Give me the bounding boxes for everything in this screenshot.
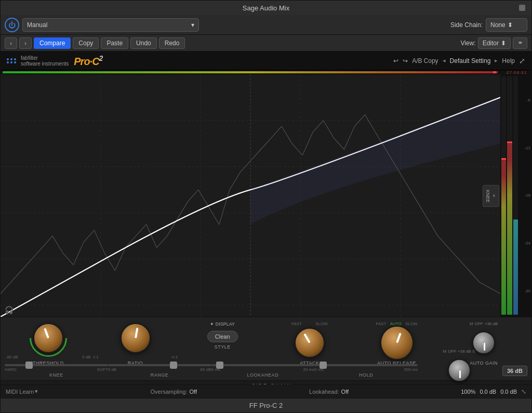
right-meter: -6 -12 -18 -24 -30	[500, 74, 531, 317]
midi-learn-dropdown[interactable]: MIDI Learn ▾	[6, 388, 38, 395]
ratio-knob-wrapper	[119, 321, 152, 355]
knee-slider-group: HARD SOFT KNEE	[5, 364, 108, 378]
ratio-range: 1:1 ∞:1	[92, 355, 179, 359]
help-button[interactable]: Help	[502, 57, 515, 64]
side-chain-arrow: ⬍	[508, 21, 513, 29]
attack-group: FAST SLOW ATTACK	[266, 321, 353, 366]
side-chain-label: Side Chain:	[450, 21, 483, 29]
plugin-header-controls: ↩ ↪ A/B Copy ◂ Default Setting ▸ Help ⤢	[393, 57, 525, 65]
paste-button[interactable]: Paste	[101, 37, 128, 49]
meter-peak-label: -2.7 -0.6 -3.1	[506, 71, 526, 74]
redo-button[interactable]: Redo	[159, 37, 185, 49]
compression-curve-display	[1, 74, 500, 317]
meter-label-12: -12	[519, 146, 530, 150]
meter-bar-right	[507, 76, 512, 315]
oversampling-control: Oversampling: Off	[151, 389, 197, 395]
close-button[interactable]	[519, 5, 525, 11]
preset-arrow: ▾	[191, 21, 194, 29]
hold-slider-label: HOLD	[359, 372, 373, 378]
knee-text: KNEE	[485, 189, 490, 202]
view-label: View:	[461, 40, 476, 47]
knee-slider-thumb[interactable]	[25, 362, 33, 369]
top-meter-bar: -2.7 -0.6 -3.1	[1, 70, 531, 74]
range-slider-group: 0 dB 60 dB RANGE	[108, 364, 211, 378]
undo-plugin-button[interactable]: ↩	[393, 57, 398, 64]
headphone-icon[interactable]: 🎧	[5, 306, 14, 314]
hold-slider-labels: 0 ms 500 ms	[314, 367, 418, 372]
window-title: Sage Audio Mix	[243, 4, 289, 12]
release-knob[interactable]	[380, 326, 414, 360]
redo-plugin-button[interactable]: ↪	[403, 57, 408, 64]
dry-knob-wrapper	[443, 354, 476, 385]
attack-range: FAST SLOW	[291, 321, 328, 326]
lookahead-slider-thumb[interactable]	[216, 362, 223, 369]
brand-sub: software instruments	[21, 61, 69, 67]
lookahead-value[interactable]: Off	[341, 389, 349, 395]
main-toolbar: ⏻ Manual ▾ Side Chain: None ⬍	[1, 15, 531, 35]
oversampling-value[interactable]: Off	[189, 389, 196, 395]
range-slider-label: RANGE	[151, 372, 169, 378]
db2-value: 0.0 dB	[500, 389, 517, 395]
meter-bar-gain	[513, 76, 518, 315]
percent-value: 100%	[461, 389, 475, 395]
preset-next-button[interactable]: ▸	[495, 57, 498, 64]
forward-button[interactable]: ›	[19, 37, 32, 49]
range-slider[interactable]	[108, 364, 211, 366]
plugin-container: fabfilter software instruments Pro·C2 ↩ …	[1, 51, 531, 384]
lookahead-slider-group: 0 ms 20 ms LOOKAHEAD	[211, 364, 315, 378]
meter-label-24: -24	[519, 241, 530, 246]
preset-dropdown[interactable]: Manual ▾	[22, 18, 199, 32]
side-chain-dropdown[interactable]: None ⬍	[486, 18, 527, 32]
release-knob-wrapper	[380, 326, 414, 359]
meter-label-30: -30	[519, 289, 530, 293]
expand-button[interactable]: ⤢	[519, 57, 525, 65]
side-chain-expand-icon: ❯❯	[240, 384, 248, 385]
secondary-toolbar: ‹ › Compare Copy Paste Undo Redo View: E…	[1, 35, 531, 51]
threshold-group: -60 dB 0 dB THRESHOLD	[5, 321, 92, 366]
clean-button[interactable]: Clean	[207, 331, 238, 342]
slider-row: HARD SOFT KNEE 0 dB 60 dB	[1, 362, 531, 380]
lookahead-slider-labels: 0 ms 20 ms	[211, 367, 315, 372]
back-button[interactable]: ‹	[5, 37, 17, 49]
link-button[interactable]: ⚭	[513, 37, 527, 49]
midi-arrow-icon: ▾	[35, 388, 38, 395]
dry-switches: M OFF +36 dB S	[443, 349, 475, 354]
db-value-label: 36 dB	[502, 366, 527, 376]
knee-slider[interactable]	[5, 364, 108, 366]
copy-button[interactable]: Copy	[73, 37, 99, 49]
plugin-header: fabfilter software instruments Pro·C2 ↩ …	[1, 51, 531, 70]
power-icon: ⏻	[8, 21, 16, 29]
power-button[interactable]: ⏻	[5, 18, 19, 32]
preset-prev-button[interactable]: ◂	[443, 57, 446, 64]
db1-value: 0.0 dB	[480, 389, 496, 395]
ratio-group: 1:1 ∞:1 RATIO	[92, 321, 179, 366]
product-name: Pro·C2	[74, 54, 102, 68]
knee-slider-label: KNEE	[49, 372, 63, 378]
range-slider-thumb[interactable]	[170, 362, 177, 369]
knee-arrows: «	[491, 195, 497, 197]
forward-icon: ›	[24, 40, 26, 46]
threshold-knob[interactable]	[33, 323, 63, 353]
threshold-knob-wrapper	[32, 321, 65, 355]
undo-button[interactable]: Undo	[130, 37, 157, 49]
hold-slider-thumb[interactable]	[320, 362, 327, 369]
knee-side-button[interactable]: « KNEE	[483, 185, 499, 207]
hold-slider[interactable]	[314, 364, 418, 366]
status-bar: MIDI Learn ▾ Oversampling: Off Lookahead…	[1, 384, 531, 398]
resize-icon[interactable]: ⤡	[521, 388, 526, 395]
view-dropdown[interactable]: Editor ⬍	[478, 37, 511, 49]
controls-area: -60 dB 0 dB THRESHOLD 1:1 ∞:1	[1, 317, 531, 384]
compare-button[interactable]: Compare	[34, 37, 71, 49]
attack-knob[interactable]	[295, 328, 325, 358]
gain-switches: M OFF +36 dB	[470, 321, 498, 326]
dry-knob[interactable]	[448, 359, 471, 382]
preset-value: Manual	[27, 21, 47, 29]
ab-button[interactable]: A/B Copy	[412, 57, 438, 64]
ratio-knob[interactable]	[121, 323, 151, 353]
lookahead-slider[interactable]	[211, 364, 315, 366]
range-slider-labels: 0 dB 60 dB	[108, 367, 211, 372]
ff-grid-icon	[7, 58, 17, 63]
display-button[interactable]: ✦ DISPLAY	[210, 321, 235, 327]
attack-knob-wrapper	[293, 326, 326, 359]
fabfilter-logo: fabfilter software instruments	[7, 55, 69, 67]
